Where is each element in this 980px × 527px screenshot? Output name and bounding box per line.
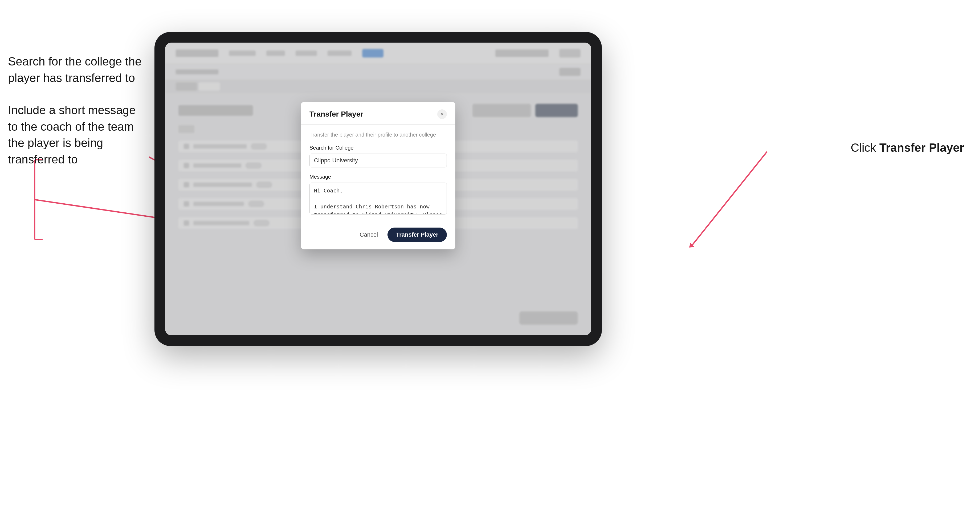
modal-body: Transfer the player and their profile to… — [301, 125, 455, 222]
svg-line-8 — [692, 152, 767, 245]
dialog-overlay: Transfer Player × Transfer the player an… — [165, 43, 591, 335]
message-textarea[interactable] — [309, 183, 447, 214]
modal-title: Transfer Player — [309, 110, 363, 119]
svg-marker-9 — [689, 243, 695, 248]
annotation-left-container: Search for the college the player has tr… — [8, 53, 146, 184]
annotation-transfer-bold: Transfer Player — [879, 141, 964, 154]
transfer-player-modal: Transfer Player × Transfer the player an… — [301, 102, 455, 249]
message-label: Message — [309, 174, 447, 180]
search-college-label: Search for College — [309, 145, 447, 151]
tablet-screen: Transfer Player × Transfer the player an… — [165, 43, 591, 335]
cancel-button[interactable]: Cancel — [355, 229, 382, 241]
annotation-message-text: Include a short message to the coach of … — [8, 102, 146, 167]
modal-close-button[interactable]: × — [437, 110, 447, 119]
tablet-device: Transfer Player × Transfer the player an… — [154, 32, 602, 346]
transfer-player-button[interactable]: Transfer Player — [387, 227, 447, 242]
modal-footer: Cancel Transfer Player — [301, 222, 455, 249]
annotation-search-text: Search for the college the player has tr… — [8, 53, 146, 86]
annotation-right-container: Click Transfer Player — [851, 141, 964, 154]
search-college-input[interactable] — [309, 154, 447, 167]
close-icon: × — [441, 111, 444, 117]
modal-header: Transfer Player × — [301, 102, 455, 125]
annotation-click-text: Click — [851, 141, 879, 154]
modal-subtitle: Transfer the player and their profile to… — [309, 131, 447, 138]
